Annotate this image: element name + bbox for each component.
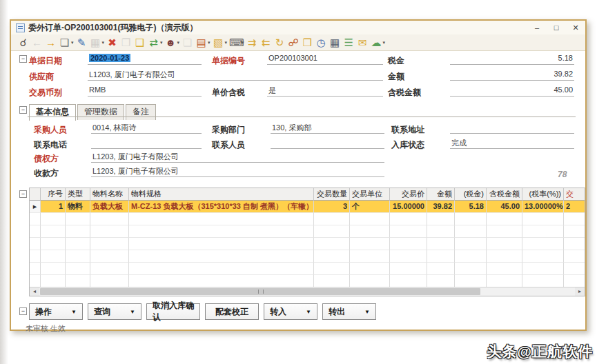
footer-button[interactable]: 配套校正 <box>205 303 259 320</box>
grid-empty-cell <box>350 225 390 238</box>
contact-person-field[interactable] <box>271 138 384 149</box>
currency-field[interactable]: RMB <box>88 85 202 97</box>
tab-remarks[interactable]: 备注 <box>126 104 156 120</box>
dropdown-caret-icon[interactable]: ▼ <box>364 309 370 315</box>
tab-management-data[interactable]: 管理数据 <box>77 104 124 120</box>
new-doc-toolbar-button[interactable]: ❏▾ <box>59 37 74 48</box>
refresh-toolbar-button[interactable]: ↻ <box>274 37 286 48</box>
amount-with-tax-field[interactable]: 45.00 <box>450 85 574 97</box>
mail-toolbar-button[interactable]: ✉ <box>357 37 369 48</box>
database-toolbar-button[interactable]: ☰ <box>343 37 355 48</box>
doc-disabled-toolbar-button: ❏ <box>182 37 193 48</box>
folder-search-toolbar-button[interactable]: ❒ <box>302 37 313 48</box>
dropdown-caret-icon[interactable]: ▾ <box>71 40 74 46</box>
mail-icon: ✉ <box>357 37 369 48</box>
header-collapse-toggle[interactable]: − <box>19 55 27 63</box>
grid-column-header[interactable]: 交易数量 <box>314 188 350 201</box>
dropdown-caret-icon[interactable]: ▼ <box>130 309 135 315</box>
dropdown-caret-icon[interactable]: ▾ <box>208 40 211 46</box>
find-toolbar-button[interactable]: ☌ <box>17 37 29 48</box>
grid-column-header[interactable]: 序号 <box>41 188 66 201</box>
grid-cell: M-CZ-13 负载大板（315*310*33 自制 煮黑）（车辙） <box>129 201 314 213</box>
grid-horizontal-scrollbar[interactable]: ◂ ▸ <box>30 287 585 296</box>
grid-column-header[interactable]: 物料名称 <box>90 188 129 201</box>
grid-data-row[interactable]: ▸1物料负载大板M-CZ-13 负载大板（315*310*33 自制 煮黑）（车… <box>30 201 585 213</box>
purchase-dept-field[interactable]: 130, 采购部 <box>271 123 384 134</box>
dropdown-caret-icon[interactable]: ▾ <box>383 40 386 46</box>
payee-field[interactable]: L1203, 厦门电子有限公司 <box>91 166 384 177</box>
delete-icon: ✖ <box>106 37 118 48</box>
grid-column-header[interactable]: (税金) <box>455 188 487 201</box>
grid-column-header[interactable]: 金额 <box>427 188 455 201</box>
footer-button[interactable]: 转出▼ <box>322 303 376 320</box>
transfer-in-toolbar-button[interactable]: ⇇ <box>260 37 272 48</box>
grid-collapse-toggle[interactable]: − <box>19 190 27 198</box>
book-toolbar-button[interactable]: ▤▾ <box>195 37 211 48</box>
grid-empty-row <box>30 263 585 275</box>
scroll-right-icon[interactable]: ▸ <box>575 287 585 296</box>
calculator-toolbar-button[interactable]: ▦ <box>329 37 341 48</box>
dropdown-caret-icon[interactable]: ▾ <box>102 40 105 46</box>
grid-column-header[interactable]: 类型 <box>66 188 90 201</box>
grid-column-header[interactable]: 交 <box>564 188 585 201</box>
footer-collapse-toggle[interactable]: − <box>19 307 27 315</box>
delete-toolbar-button[interactable]: ✖ <box>106 37 118 48</box>
close-button[interactable]: ✕ <box>566 21 585 34</box>
minimize-button[interactable]: – <box>527 21 547 34</box>
contact-phone-field[interactable] <box>91 138 202 149</box>
book-icon: ▤ <box>195 37 207 48</box>
tab-content-divider <box>28 117 576 117</box>
dropdown-caret-icon[interactable]: ▼ <box>71 309 77 315</box>
paste-toolbar-button[interactable]: ❑ <box>134 37 146 48</box>
dropdown-caret-icon[interactable]: ▾ <box>225 40 228 46</box>
transfer-out-toolbar-button[interactable]: ⇉ <box>246 37 258 48</box>
grid-column-header[interactable] <box>30 188 41 201</box>
grid-empty-cell <box>90 275 129 287</box>
inbound-status-field[interactable]: 完成 <box>450 138 574 149</box>
scrollbar-thumb[interactable] <box>40 288 480 295</box>
toolbar: ☌←→❏▾✎▦▾✖❐❑⇄▾☻▾❏▤▾▧▾⌨▾⇉⇇↻☍❒◷▦☰✉☁▾ <box>11 34 585 51</box>
flow-toolbar-button[interactable]: ☍ <box>288 37 300 48</box>
vcard-toolbar-button[interactable]: ▧▾ <box>213 37 228 48</box>
grid-empty-cell <box>564 263 585 275</box>
grid-cell: 45.00 <box>487 201 522 213</box>
scroll-left-icon[interactable]: ◂ <box>30 287 39 296</box>
footer-button[interactable]: 取消入库确认 <box>146 303 200 320</box>
contact-address-field[interactable] <box>450 123 574 134</box>
person-toolbar-button[interactable]: ☻▾ <box>165 37 180 48</box>
footer-button-label: 配套校正 <box>215 306 248 318</box>
dropdown-caret-icon[interactable]: ▾ <box>242 40 244 46</box>
tax-field[interactable]: 5.18 <box>450 54 574 65</box>
print-toolbar-button[interactable]: ⌨▾ <box>229 37 244 48</box>
chat-toolbar-button[interactable]: ☁▾ <box>371 37 386 48</box>
edit-toolbar-button[interactable]: ✎ <box>76 37 88 48</box>
title-bar[interactable]: 委外订单-OP200103001(玛雅电子)（演示版） – □ ✕ <box>11 21 585 34</box>
dropdown-caret-icon[interactable]: ▼ <box>306 309 311 315</box>
history-toolbar-button[interactable]: ◷ <box>315 37 327 48</box>
footer-button[interactable]: 转入▼ <box>264 303 317 320</box>
dropdown-caret-icon[interactable]: ▾ <box>177 40 180 46</box>
creditor-field[interactable]: L1203, 厦门电子有限公司 <box>91 152 384 163</box>
dropdown-caret-icon[interactable]: ▾ <box>160 40 163 46</box>
footer-button-label: 取消入库确认 <box>153 300 194 323</box>
forward-toolbar-button[interactable]: → <box>45 37 57 48</box>
grid-cell: 2 <box>564 201 585 213</box>
grid-column-header[interactable]: 交易价 <box>390 188 427 201</box>
swap-toolbar-button[interactable]: ⇄▾ <box>148 37 163 48</box>
supplier-field[interactable]: L1203, 厦门电子有限公司 <box>88 70 383 81</box>
doc-date-field[interactable]: 2020-01-23 <box>88 54 202 65</box>
tab-panel-collapse-toggle[interactable]: − <box>19 106 27 114</box>
grid-empty-cell <box>30 250 41 263</box>
grid-column-header[interactable]: 含税金额 <box>487 188 522 201</box>
footer-button[interactable]: 查询▼ <box>88 303 141 320</box>
maximize-button[interactable]: □ <box>547 21 566 34</box>
footer-button[interactable]: 操作▼ <box>29 303 83 320</box>
grid-column-header[interactable]: 交易单位 <box>350 188 390 201</box>
price-with-tax-field[interactable]: 是 <box>267 85 383 97</box>
grid-column-header[interactable]: (税率(%)) <box>522 188 564 201</box>
amount-field[interactable]: 39.82 <box>450 70 574 81</box>
grid-column-header[interactable]: 物料规格 <box>129 188 314 201</box>
doc-no-field[interactable]: OP200103001 <box>267 54 383 65</box>
tab-basic-info[interactable]: 基本信息 <box>29 104 76 121</box>
purchaser-field[interactable]: 0014, 林雨诗 <box>91 123 202 134</box>
